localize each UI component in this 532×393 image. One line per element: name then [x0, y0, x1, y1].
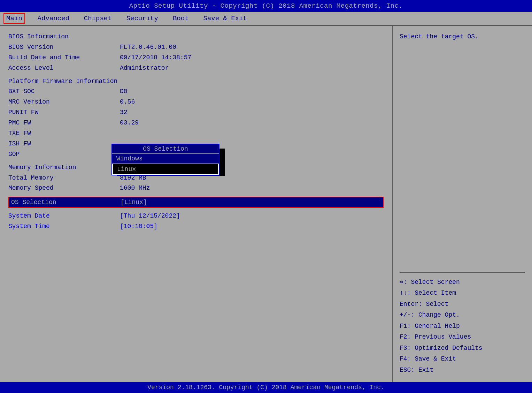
help-description: Select the target OS. [400, 32, 525, 41]
memory-speed-row: Memory Speed 1600 MHz [8, 183, 384, 193]
key-esc-exit: ESC: Exit [400, 365, 525, 376]
bxt-soc-row: BXT SOC D0 [8, 87, 384, 97]
menu-save-exit[interactable]: Save & Exit [201, 14, 249, 23]
os-selection-popup: OS Selection Windows Linux [111, 144, 219, 175]
help-divider [400, 272, 525, 273]
menu-advanced[interactable]: Advanced [36, 14, 71, 23]
key-change-opt: +/-: Change Opt. [400, 310, 525, 321]
menu-boot[interactable]: Boot [171, 14, 191, 23]
key-enter-select: Enter: Select [400, 299, 525, 310]
bios-info-section-header: BIOS Information [8, 32, 384, 42]
key-save-exit: F4: Save & Exit [400, 354, 525, 365]
menu-chipset[interactable]: Chipset [82, 14, 114, 23]
menu-main[interactable]: Main [3, 13, 25, 24]
build-date-row: Build Date and Time 09/17/2018 14:38:57 [8, 53, 384, 63]
bios-version-row: BIOS Version FLT2.0.46.01.00 [8, 43, 384, 52]
key-optimized-defaults: F3: Optimized Defaults [400, 343, 525, 354]
os-selection-row[interactable]: OS Selection [Linux] [8, 197, 384, 208]
access-level-row: Access Level Administrator [8, 63, 384, 73]
os-popup-title: OS Selection [112, 144, 219, 154]
left-panel: BIOS Information BIOS Version FLT2.0.46.… [0, 26, 393, 382]
key-general-help: F1: General Help [400, 321, 525, 332]
os-option-linux[interactable]: Linux [112, 164, 219, 175]
bios-screen: Aptio Setup Utility - Copyright (C) 2018… [0, 0, 532, 393]
menu-bar: Main Advanced Chipset Security Boot Save… [0, 12, 532, 26]
txe-fw-row: TXE FW [8, 129, 384, 138]
punit-fw-row: PUNIT FW 32 [8, 108, 384, 118]
title-text: Aptio Setup Utility - Copyright (C) 2018… [129, 2, 403, 10]
platform-section-header: Platform Firmware Information [8, 77, 384, 86]
key-select-item: ↑↓: Select Item [400, 288, 525, 299]
pmc-fw-row: PMC FW 03.29 [8, 118, 384, 128]
os-option-windows[interactable]: Windows [112, 154, 219, 164]
menu-security[interactable]: Security [124, 14, 160, 23]
key-select-screen: ⇔: Select Screen [400, 277, 525, 288]
system-date-row[interactable]: System Date [Thu 12/15/2022] [8, 211, 384, 221]
mrc-version-row: MRC Version 0.56 [8, 97, 384, 107]
key-previous-values: F2: Previous Values [400, 332, 525, 343]
system-time-row[interactable]: System Time [10:10:05] [8, 222, 384, 232]
footer: Version 2.18.1263. Copyright (C) 2018 Am… [0, 382, 532, 393]
content-area: BIOS Information BIOS Version FLT2.0.46.… [0, 26, 532, 382]
right-panel: Select the target OS. ⇔: Select Screen ↑… [393, 26, 532, 382]
title-bar: Aptio Setup Utility - Copyright (C) 2018… [0, 0, 532, 12]
footer-text: Version 2.18.1263. Copyright (C) 2018 Am… [147, 384, 385, 391]
